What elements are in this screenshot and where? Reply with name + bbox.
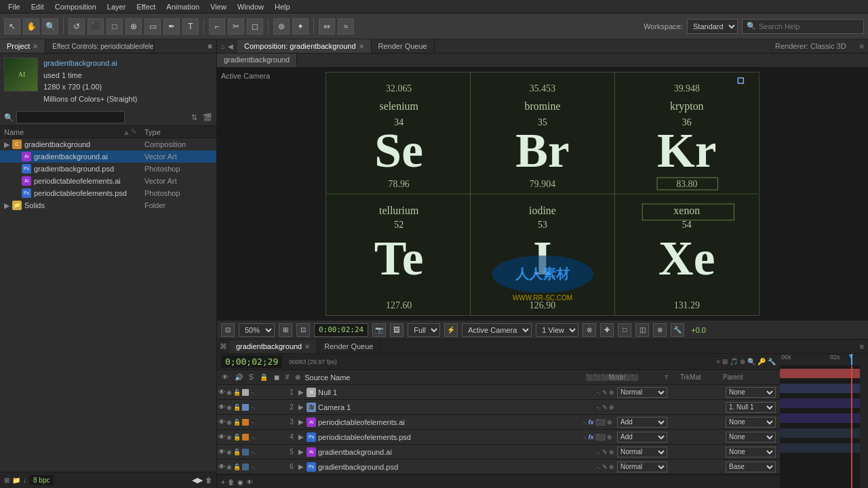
project-item-3[interactable]: ▶ Ps gradientbackground.psd Photoshop — [0, 163, 216, 175]
collapse-3[interactable]: -. — [252, 419, 256, 426]
sort-icon[interactable]: ⇅ — [191, 113, 197, 122]
motion-sketch[interactable]: ≈ — [338, 18, 354, 35]
lr-expand-6[interactable]: ▶ — [298, 463, 307, 470]
lr-expand-4[interactable]: ▶ — [298, 433, 307, 441]
tab-project[interactable]: Project ✕ — [0, 39, 45, 53]
rotate-tool[interactable]: ↺ — [68, 18, 85, 35]
expand-6[interactable]: ▶ — [4, 201, 12, 210]
comp-tab-back[interactable]: ◀ — [228, 43, 233, 50]
solo-4[interactable]: ◉ — [226, 434, 232, 441]
eraser-tool[interactable]: ◻ — [247, 18, 263, 35]
panel-menu[interactable]: ≡ — [204, 39, 216, 53]
sw-5-3[interactable]: ⊕ — [609, 449, 614, 455]
take-snapshot[interactable]: 📷 — [372, 323, 386, 337]
lr-parent-5[interactable]: None — [726, 447, 780, 458]
sw-4-2[interactable]: ⬛ — [595, 434, 606, 441]
search-input[interactable] — [759, 22, 854, 30]
show-snapshot[interactable]: 🖼 — [390, 323, 403, 337]
menu-animation[interactable]: Animation — [161, 1, 205, 12]
project-item-1[interactable]: ▶ C gradientbackground Composition — [0, 138, 216, 150]
new-folder-btn[interactable]: 📁 — [12, 476, 20, 484]
project-item-6[interactable]: ▶ 📁 Solids Folder — [0, 199, 216, 211]
tab-effect-controls[interactable]: Effect Controls: periodictableofelem ✕ — [45, 39, 154, 53]
sw-2-3[interactable]: ⊕ — [609, 404, 614, 411]
sw-2-2[interactable]: ✎ — [602, 404, 608, 411]
lock-2[interactable]: 🔓 — [233, 404, 241, 411]
lr-mode-6[interactable]: Normal — [617, 462, 671, 472]
tl-ctrl-5[interactable]: 🔍 — [747, 358, 755, 365]
eye-1[interactable]: 👁 — [218, 388, 225, 396]
shape-tool[interactable]: ✦ — [292, 18, 309, 35]
brush-tool[interactable]: ⌐ — [209, 18, 225, 35]
fast-preview[interactable]: ⚡ — [444, 323, 458, 337]
solo-5[interactable]: ◉ — [226, 449, 232, 455]
sw-3-1[interactable]: -. — [583, 419, 587, 426]
rect-tool[interactable]: ▭ — [144, 18, 161, 35]
project-item-5[interactable]: ▶ Ps periodictableofelements.psd Photosh… — [0, 187, 216, 199]
lock-4[interactable]: 🔓 — [233, 434, 241, 441]
sw-5-2[interactable]: ✎ — [602, 449, 608, 455]
3d-ground[interactable]: ⊗ — [583, 323, 596, 337]
zoom-select[interactable]: 50% — [239, 323, 275, 337]
sw-6-1[interactable]: -. — [597, 464, 601, 470]
lt-btn-1[interactable]: 👁 — [220, 373, 231, 381]
eye-5[interactable]: 👁 — [218, 448, 225, 455]
sw-5-1[interactable]: -. — [597, 449, 601, 455]
collapse-6[interactable]: -. — [252, 464, 256, 470]
comp-tab-render[interactable]: Render Queue — [372, 39, 435, 53]
playhead[interactable] — [851, 354, 852, 365]
project-search-input[interactable] — [16, 111, 125, 123]
menu-file[interactable]: File — [3, 1, 26, 12]
fx-4[interactable]: fx — [589, 434, 594, 441]
search-box[interactable]: 🔍 — [742, 19, 864, 34]
tab-project-close[interactable]: ✕ — [33, 43, 38, 50]
solo-2[interactable]: ◉ — [226, 404, 232, 411]
lock-5[interactable]: 🔓 — [233, 449, 241, 455]
tl-vscroll[interactable] — [860, 354, 868, 488]
tl-ctrl-3[interactable]: 🎵 — [730, 358, 738, 365]
lr-expand-5[interactable]: ▶ — [298, 448, 307, 455]
collapse-1[interactable]: -. — [252, 389, 256, 396]
expand-1[interactable]: ▶ — [4, 140, 12, 149]
edit-icon[interactable]: ✎ — [131, 127, 144, 136]
comp-options-3[interactable]: ⊕ — [653, 323, 667, 337]
parent-select-4[interactable]: None — [726, 432, 776, 443]
lr-parent-1[interactable]: None — [726, 387, 780, 398]
tl-new-layer[interactable]: + — [221, 479, 225, 486]
lr-parent-2[interactable]: 1. Null 1 — [726, 402, 780, 413]
toggle-snap[interactable]: ⊡ — [221, 323, 235, 337]
unified-camera[interactable]: □ — [106, 18, 123, 35]
mode-select-6[interactable]: Normal — [617, 462, 667, 472]
pen-tool[interactable]: ✒ — [163, 18, 180, 35]
sw-6-3[interactable]: ⊕ — [609, 464, 614, 470]
mode-select-1[interactable]: Normal — [617, 387, 667, 398]
solo-1[interactable]: ◉ — [226, 389, 232, 396]
select-tool[interactable]: ↖ — [4, 18, 20, 35]
sw-1-1[interactable]: -. — [597, 389, 601, 396]
fit-to-viewer[interactable]: ⊞ — [279, 323, 292, 337]
hand-tool[interactable]: ✋ — [23, 18, 39, 35]
lt-btn-6[interactable]: # — [283, 373, 292, 381]
lr-parent-3[interactable]: None — [726, 417, 780, 428]
eye-4[interactable]: 👁 — [218, 433, 225, 441]
eye-2[interactable]: 👁 — [218, 403, 225, 411]
comp-sub-tab-main[interactable]: gradientbackground — [217, 54, 297, 67]
menu-edit[interactable]: Edit — [26, 1, 50, 12]
solo-3[interactable]: ◉ — [226, 419, 232, 426]
fx-3[interactable]: fx — [589, 419, 594, 426]
pixel-aspect[interactable]: ⊡ — [296, 323, 310, 337]
comp-options-4[interactable]: 🔧 — [671, 323, 684, 337]
quality-select[interactable]: Full — [408, 323, 440, 337]
tl-ctrl-7[interactable]: 🔧 — [768, 358, 776, 365]
menu-help[interactable]: Help — [269, 1, 296, 12]
pan-behind[interactable]: ⊕ — [125, 18, 142, 35]
comp-tab-home[interactable]: ⌂ — [221, 43, 225, 50]
sw-2-1[interactable]: -. — [597, 404, 601, 411]
sw-1-3[interactable]: ⊕ — [609, 389, 614, 396]
lr-parent-6[interactable]: Base — [726, 462, 780, 472]
view-count-select[interactable]: 1 View — [536, 323, 578, 337]
comp-options-2[interactable]: ◫ — [635, 323, 649, 337]
sw-3-2[interactable]: ⬛ — [595, 419, 606, 426]
menu-layer[interactable]: Layer — [102, 1, 132, 12]
lr-mode-3[interactable]: Add — [617, 417, 671, 428]
